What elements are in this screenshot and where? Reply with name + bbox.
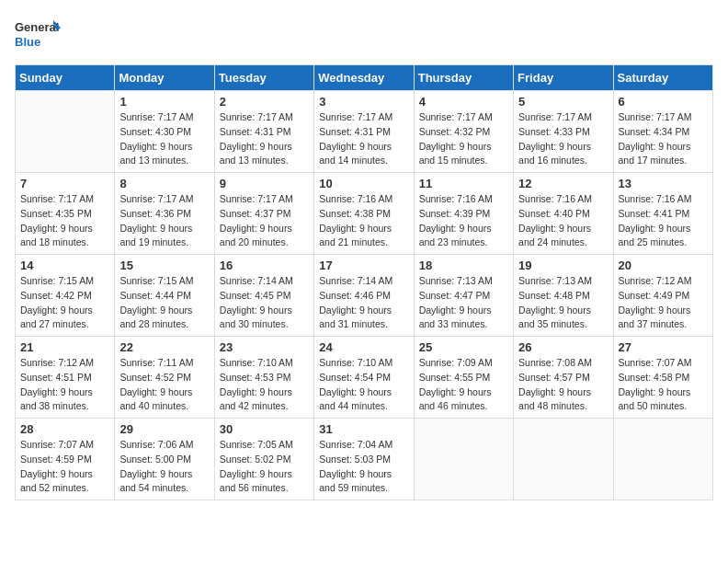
column-header-friday: Friday — [514, 65, 613, 91]
calendar-cell: 31 Sunrise: 7:04 AM Sunset: 5:03 PM Dayl… — [314, 419, 414, 500]
day-info: Sunrise: 7:12 AM Sunset: 4:49 PM Dayligh… — [619, 274, 708, 332]
logo-svg: General Blue — [15, 15, 61, 53]
sunset-label: Sunset: 4:33 PM — [518, 126, 590, 137]
sunset-label: Sunset: 4:48 PM — [518, 290, 590, 301]
daylight-label: Daylight: 9 hours and 30 minutes. — [220, 304, 292, 330]
daylight-label: Daylight: 9 hours and 59 minutes. — [319, 468, 392, 494]
calendar-cell: 3 Sunrise: 7:17 AM Sunset: 4:31 PM Dayli… — [314, 91, 414, 173]
daylight-label: Daylight: 9 hours and 20 minutes. — [220, 223, 292, 248]
day-number: 13 — [619, 177, 708, 190]
day-number: 18 — [419, 259, 508, 272]
calendar-week-row: 7 Sunrise: 7:17 AM Sunset: 4:35 PM Dayli… — [16, 173, 713, 255]
daylight-label: Daylight: 9 hours and 25 minutes. — [619, 223, 691, 248]
daylight-label: Daylight: 9 hours and 15 minutes. — [419, 141, 492, 167]
calendar-cell: 1 Sunrise: 7:17 AM Sunset: 4:30 PM Dayli… — [115, 91, 214, 173]
day-number: 2 — [220, 95, 309, 109]
calendar-cell: 25 Sunrise: 7:09 AM Sunset: 4:55 PM Dayl… — [414, 337, 513, 419]
day-number: 29 — [119, 422, 209, 436]
sunrise-label: Sunrise: 7:13 AM — [419, 275, 493, 286]
sunrise-label: Sunrise: 7:09 AM — [419, 357, 493, 368]
daylight-label: Daylight: 9 hours and 31 minutes. — [319, 304, 392, 330]
day-number: 7 — [20, 177, 109, 190]
day-info: Sunrise: 7:16 AM Sunset: 4:39 PM Dayligh… — [419, 192, 508, 250]
daylight-label: Daylight: 9 hours and 13 minutes. — [220, 141, 292, 167]
calendar-week-row: 1 Sunrise: 7:17 AM Sunset: 4:30 PM Dayli… — [16, 91, 713, 173]
calendar-cell: 21 Sunrise: 7:12 AM Sunset: 4:51 PM Dayl… — [16, 337, 115, 419]
calendar-cell: 27 Sunrise: 7:07 AM Sunset: 4:58 PM Dayl… — [613, 337, 712, 419]
day-number: 23 — [220, 340, 309, 354]
calendar-cell: 18 Sunrise: 7:13 AM Sunset: 4:47 PM Dayl… — [414, 255, 513, 337]
day-number: 12 — [518, 177, 608, 190]
day-number: 3 — [319, 95, 408, 109]
daylight-label: Daylight: 9 hours and 46 minutes. — [419, 386, 492, 412]
day-info: Sunrise: 7:10 AM Sunset: 4:53 PM Dayligh… — [220, 356, 309, 414]
sunset-label: Sunset: 4:51 PM — [20, 372, 92, 383]
sunrise-label: Sunrise: 7:15 AM — [119, 275, 193, 286]
sunset-label: Sunset: 4:32 PM — [419, 126, 491, 137]
day-info: Sunrise: 7:17 AM Sunset: 4:35 PM Dayligh… — [20, 192, 109, 250]
sunrise-label: Sunrise: 7:12 AM — [619, 275, 692, 286]
calendar-cell: 12 Sunrise: 7:16 AM Sunset: 4:40 PM Dayl… — [514, 173, 613, 255]
daylight-label: Daylight: 9 hours and 48 minutes. — [518, 386, 591, 412]
day-info: Sunrise: 7:10 AM Sunset: 4:54 PM Dayligh… — [319, 356, 408, 414]
sunrise-label: Sunrise: 7:16 AM — [319, 193, 392, 204]
day-number: 27 — [619, 340, 708, 354]
sunrise-label: Sunrise: 7:17 AM — [20, 193, 94, 204]
daylight-label: Daylight: 9 hours and 52 minutes. — [20, 468, 93, 494]
day-info: Sunrise: 7:07 AM Sunset: 4:58 PM Dayligh… — [619, 356, 708, 414]
sunset-label: Sunset: 4:37 PM — [220, 208, 291, 219]
day-info: Sunrise: 7:17 AM Sunset: 4:37 PM Dayligh… — [220, 192, 309, 250]
day-info: Sunrise: 7:15 AM Sunset: 4:44 PM Dayligh… — [119, 274, 209, 332]
day-number: 10 — [319, 177, 408, 190]
sunset-label: Sunset: 4:47 PM — [419, 290, 491, 301]
sunset-label: Sunset: 4:46 PM — [319, 290, 391, 301]
sunset-label: Sunset: 4:35 PM — [20, 208, 92, 219]
day-number: 16 — [220, 259, 309, 272]
sunset-label: Sunset: 4:49 PM — [619, 290, 690, 301]
sunset-label: Sunset: 4:31 PM — [220, 126, 291, 137]
day-info: Sunrise: 7:16 AM Sunset: 4:38 PM Dayligh… — [319, 192, 408, 250]
calendar-cell: 13 Sunrise: 7:16 AM Sunset: 4:41 PM Dayl… — [613, 173, 712, 255]
sunrise-label: Sunrise: 7:17 AM — [220, 193, 293, 204]
daylight-label: Daylight: 9 hours and 44 minutes. — [319, 386, 392, 412]
sunrise-label: Sunrise: 7:08 AM — [518, 357, 592, 368]
day-info: Sunrise: 7:17 AM Sunset: 4:33 PM Dayligh… — [518, 110, 608, 168]
sunset-label: Sunset: 4:40 PM — [518, 208, 590, 219]
day-number: 14 — [20, 259, 109, 272]
day-info: Sunrise: 7:09 AM Sunset: 4:55 PM Dayligh… — [419, 356, 508, 414]
sunrise-label: Sunrise: 7:11 AM — [119, 357, 193, 368]
calendar-cell: 23 Sunrise: 7:10 AM Sunset: 4:53 PM Dayl… — [214, 337, 313, 419]
calendar-cell: 19 Sunrise: 7:13 AM Sunset: 4:48 PM Dayl… — [514, 255, 613, 337]
daylight-label: Daylight: 9 hours and 23 minutes. — [419, 223, 492, 248]
daylight-label: Daylight: 9 hours and 38 minutes. — [20, 386, 93, 412]
daylight-label: Daylight: 9 hours and 33 minutes. — [419, 304, 492, 330]
sunrise-label: Sunrise: 7:16 AM — [419, 193, 493, 204]
calendar-cell: 29 Sunrise: 7:06 AM Sunset: 5:00 PM Dayl… — [115, 419, 214, 500]
sunset-label: Sunset: 5:03 PM — [319, 454, 391, 465]
sunset-label: Sunset: 4:41 PM — [619, 208, 690, 219]
day-number: 5 — [518, 95, 608, 109]
daylight-label: Daylight: 9 hours and 37 minutes. — [619, 304, 691, 330]
daylight-label: Daylight: 9 hours and 14 minutes. — [319, 141, 392, 167]
daylight-label: Daylight: 9 hours and 17 minutes. — [619, 141, 691, 167]
day-info: Sunrise: 7:17 AM Sunset: 4:32 PM Dayligh… — [419, 110, 508, 168]
sunset-label: Sunset: 4:31 PM — [319, 126, 391, 137]
calendar-cell: 28 Sunrise: 7:07 AM Sunset: 4:59 PM Dayl… — [16, 419, 115, 500]
sunset-label: Sunset: 4:36 PM — [119, 208, 191, 219]
daylight-label: Daylight: 9 hours and 54 minutes. — [119, 468, 192, 494]
sunset-label: Sunset: 4:30 PM — [119, 126, 191, 137]
calendar-week-row: 28 Sunrise: 7:07 AM Sunset: 4:59 PM Dayl… — [16, 419, 713, 500]
calendar-cell — [514, 419, 613, 500]
calendar-cell: 4 Sunrise: 7:17 AM Sunset: 4:32 PM Dayli… — [414, 91, 513, 173]
daylight-label: Daylight: 9 hours and 42 minutes. — [220, 386, 292, 412]
sunrise-label: Sunrise: 7:17 AM — [119, 193, 193, 204]
sunset-label: Sunset: 4:58 PM — [619, 372, 690, 383]
sunrise-label: Sunrise: 7:17 AM — [319, 111, 392, 122]
sunset-label: Sunset: 4:44 PM — [119, 290, 191, 301]
sunset-label: Sunset: 4:42 PM — [20, 290, 92, 301]
svg-text:General: General — [15, 20, 59, 34]
day-number: 9 — [220, 177, 309, 190]
calendar-cell: 24 Sunrise: 7:10 AM Sunset: 4:54 PM Dayl… — [314, 337, 414, 419]
day-info: Sunrise: 7:17 AM Sunset: 4:30 PM Dayligh… — [119, 110, 209, 168]
column-header-monday: Monday — [115, 65, 214, 91]
